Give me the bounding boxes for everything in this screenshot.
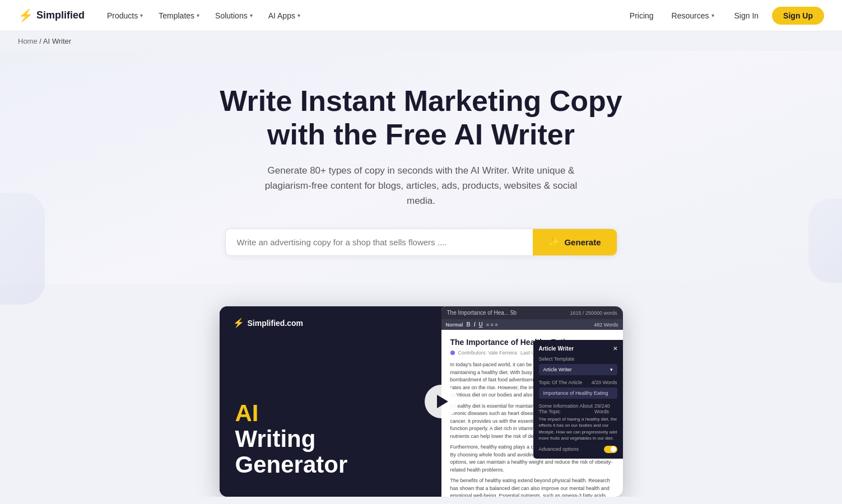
video-inner: ⚡ Simplified.com AI Writing Generator (220, 306, 623, 497)
templates-chevron-icon: ▾ (197, 12, 199, 18)
panel-topic-counter: 4/20 Words (592, 380, 617, 385)
panel-template-chevron-icon: ▾ (610, 367, 613, 372)
toggle-circle (611, 446, 616, 452)
nav-pricing[interactable]: Pricing (623, 8, 660, 24)
products-chevron-icon: ▾ (140, 12, 143, 18)
navbar: ⚡ Simplified Products ▾ Templates ▾ Solu… (0, 0, 842, 31)
page-wrapper: ⚡ Simplified Products ▾ Templates ▾ Solu… (0, 0, 842, 497)
panel-template-value: Article Writer (543, 367, 572, 372)
doc-title-bar: The Importance of Hea... 5b (447, 310, 517, 316)
doc-body-4: The benefits of healthy eating extend be… (450, 477, 614, 497)
format-underline[interactable]: U (479, 321, 483, 328)
format-more: ≡ ≡ ≡ (486, 322, 498, 328)
panel-template-select[interactable]: Article Writer ▾ (539, 364, 617, 375)
logo-link[interactable]: ⚡ Simplified (18, 8, 85, 23)
panel-title: Article Writer (539, 346, 574, 352)
ai-apps-chevron-icon: ▾ (297, 12, 300, 18)
video-logo-icon: ⚡ (233, 318, 244, 328)
panel-topic-label: Topic Of The Article (539, 380, 583, 385)
input-bar: ✨ Generate (225, 228, 617, 256)
video-ai-text: AI (235, 400, 426, 426)
format-italic[interactable]: I (474, 321, 476, 328)
wave-right-decoration (808, 199, 842, 283)
solutions-chevron-icon: ▾ (250, 12, 253, 18)
panel-template-label: Select Template (539, 356, 617, 362)
breadcrumb: Home / AI Writer (0, 31, 842, 51)
wave-left-decoration (0, 193, 45, 305)
panel-info-row: Some Information About The Topic 29/240 … (539, 403, 617, 414)
article-writer-panel: Article Writer ✕ Select Template Article… (533, 340, 623, 459)
play-triangle-icon (437, 395, 448, 408)
play-button[interactable] (425, 385, 458, 418)
video-left-panel: ⚡ Simplified.com AI Writing Generator (220, 306, 441, 497)
format-normal: Normal (446, 322, 463, 328)
panel-advanced-label: Advanced options (539, 446, 579, 452)
video-right-panel: The Importance of Hea... 5b 1615 / 25000… (441, 306, 623, 497)
nav-right: Pricing Resources ▾ Sign In Sign Up (623, 7, 824, 25)
hero-subtitle: Generate 80+ types of copy in seconds wi… (253, 163, 589, 209)
panel-header: Article Writer ✕ (539, 346, 617, 352)
panel-topic-input[interactable]: Importance of Healthy Eating (539, 388, 617, 399)
doc-meta-dot (450, 351, 455, 355)
doc-word-count: 1615 / 250000 words (570, 310, 617, 316)
breadcrumb-separator: / (39, 37, 41, 45)
nav-links: Products ▾ Templates ▾ Solutions ▾ AI Ap… (100, 8, 623, 24)
video-section: ⚡ Simplified.com AI Writing Generator (0, 284, 842, 497)
video-main-text: AI Writing Generator (235, 400, 426, 484)
video-logo-text: Simplified.com (248, 319, 304, 328)
prompt-input[interactable] (226, 229, 533, 255)
nav-solutions[interactable]: Solutions ▾ (208, 8, 259, 24)
video-logo-area: ⚡ Simplified.com (233, 318, 304, 328)
logo-icon: ⚡ (18, 8, 33, 23)
panel-info-text: The impact of having a healthy diet, the… (539, 416, 617, 441)
panel-close-icon[interactable]: ✕ (613, 346, 617, 352)
nav-ai-apps[interactable]: AI Apps ▾ (262, 8, 307, 24)
panel-topic-row: Topic Of The Article 4/20 Words (539, 380, 617, 385)
breadcrumb-current: AI Writer (43, 37, 71, 45)
doc-meta-author: Contributors: Vale Ferreira (458, 350, 517, 356)
panel-advanced-row: Advanced options (539, 446, 617, 453)
generate-button[interactable]: ✨ Generate (533, 229, 616, 255)
word-count-bar: 482 Words (594, 322, 618, 328)
video-container: ⚡ Simplified.com AI Writing Generator (220, 306, 623, 497)
resources-chevron-icon: ▾ (711, 12, 714, 18)
video-generator-text: Generator (235, 452, 426, 478)
generate-label: Generate (564, 237, 601, 247)
video-writing-text: Writing (235, 426, 426, 452)
panel-info-counter: 29/240 Words (594, 403, 617, 414)
nav-resources[interactable]: Resources ▾ (665, 8, 721, 24)
panel-info-label: Some Information About The Topic (539, 403, 595, 414)
hero-section: Write Instant Marketing Copy with the Fr… (0, 51, 842, 284)
format-bold[interactable]: B (467, 321, 471, 328)
breadcrumb-home[interactable]: Home (18, 37, 38, 45)
nav-products[interactable]: Products ▾ (100, 8, 150, 24)
advanced-toggle[interactable] (604, 446, 617, 453)
logo-text: Simplified (36, 10, 85, 21)
doc-format-bar: Normal B I U ≡ ≡ ≡ 482 Words (441, 319, 623, 330)
nav-templates[interactable]: Templates ▾ (152, 8, 206, 24)
nav-signin[interactable]: Sign In (725, 8, 768, 24)
nav-signup-button[interactable]: Sign Up (772, 7, 824, 25)
hero-title: Write Instant Marketing Copy with the Fr… (197, 85, 645, 152)
generate-icon: ✨ (548, 237, 560, 248)
doc-toolbar: The Importance of Hea... 5b 1615 / 25000… (441, 306, 623, 319)
